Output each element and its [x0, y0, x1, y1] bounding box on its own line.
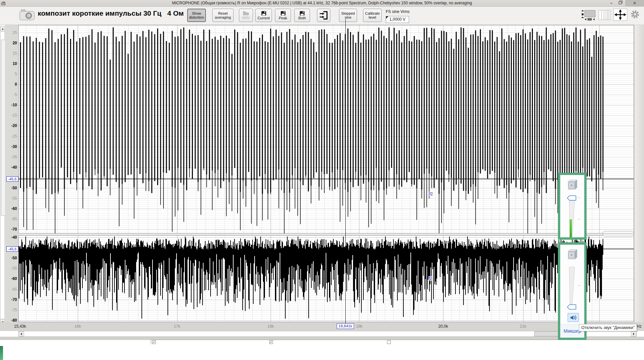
speaker-device-icon [566, 249, 579, 261]
display-layout-icon[interactable] [581, 9, 597, 23]
left-arrow-icon [20, 333, 22, 335]
save-both-button[interactable]: Both [294, 9, 310, 22]
db-axis-label: 15 [6, 51, 17, 56]
frequency-axis-label: 20,0k [438, 324, 448, 329]
db-axis-label: -10 [6, 103, 17, 107]
db-axis-label: -15 [6, 113, 17, 118]
stepped-sine-button[interactable]: Stepped sine [339, 9, 357, 22]
harmonic-marker-upper: f2 [429, 192, 433, 196]
show-distortion-button[interactable]: Show distortion [187, 9, 206, 22]
frequency-bands-icon[interactable] [599, 10, 611, 20]
volume-flyout-output [558, 173, 587, 240]
db-axis-label: -60 [6, 276, 17, 281]
slider-tick [578, 219, 581, 219]
toolbar: композит короткие импульсы 30 Гц 4 Ом Sh… [0, 7, 644, 25]
window-title: MICROPHONE (Общая громкость) R on Микроф… [0, 1, 644, 5]
scroll-right-button[interactable] [631, 331, 636, 336]
db-axis-label: -20 [6, 123, 17, 128]
mute-tooltip: Отключить звук "Динамики" [579, 324, 637, 331]
fs-sine-vrms-input[interactable]: 1,0000 V [386, 16, 409, 23]
frequency-axis-label: 18k [267, 324, 274, 329]
db-axis-label: -65 [6, 287, 17, 292]
pan-arrows-icon[interactable] [613, 9, 627, 21]
db-axis-label: -25 [6, 134, 17, 139]
db-axis-label: -55 [6, 196, 17, 201]
slider-tick [578, 285, 581, 286]
title-bar: MICROPHONE (Общая громкость) R on Микроф… [0, 0, 644, 7]
folder-icon [243, 11, 249, 15]
arrows-into-bracket-icon [319, 11, 328, 20]
calibrate-level-button[interactable]: Calibrate level [363, 9, 382, 22]
horizontal-scrollbar[interactable] [18, 331, 637, 337]
spectrum-plot-canvas[interactable] [18, 25, 634, 322]
frequency-axis-label: 21k [520, 324, 526, 329]
fs-sine-vrms-label: FS sine Vrms [386, 9, 410, 14]
background-window-edge [151, 340, 151, 344]
volume-level-fill [570, 219, 572, 237]
frequency-axis-label: 15,43k [14, 324, 26, 329]
plot-right-margin [634, 25, 644, 322]
db-axis-label: -50 [6, 256, 17, 260]
speaker-device-icon [566, 179, 579, 191]
frequency-cursor-line[interactable] [345, 19, 346, 324]
db-axis-label: 10 [6, 61, 17, 66]
db-axis-label: -40 [6, 165, 17, 170]
mixer-link[interactable]: Микшер [564, 328, 581, 334]
db-axis-label: -50 [6, 186, 17, 190]
db-axis-label: -40 [6, 235, 17, 240]
db-axis-label: -30 [6, 144, 17, 149]
spectrum-analyzer-window: MICROPHONE (Общая громкость) R on Микроф… [0, 0, 644, 360]
up-arrow-icon [2, 28, 4, 30]
close-button[interactable]: ✕ [625, 0, 644, 7]
db-axis-label: -60 [6, 206, 17, 211]
save-peak-button[interactable]: Peak [275, 9, 291, 22]
popup-remnant [603, 231, 634, 236]
floppy-disk-icon [261, 11, 266, 16]
db-axis-label: 25 [6, 30, 17, 35]
input-corner-marker [386, 16, 388, 19]
wav-button: WAV [239, 9, 253, 22]
level-marker-upper[interactable]: -45,6 [6, 176, 18, 182]
mute-button[interactable] [568, 313, 579, 322]
frequency-axis: kHz 15,43k16k17k18k19k20,0k21k [0, 322, 644, 331]
volume-slider-track[interactable] [569, 267, 576, 304]
floppy-disk-icon [300, 11, 305, 16]
background-green-corner [0, 346, 3, 360]
cursor-frequency-readout[interactable]: 18,841k [337, 323, 354, 329]
scroll-up-button[interactable] [0, 26, 5, 31]
db-axis: 2520151050-5-10-15-20-25-30-35-40-50-55-… [5, 25, 18, 322]
volume-slider-thumb[interactable] [567, 304, 576, 310]
db-axis-label: -65 [6, 217, 17, 221]
frequency-axis-label: 17k [174, 324, 180, 329]
db-axis-label: 20 [6, 41, 17, 45]
db-axis-label: -35 [6, 155, 17, 159]
vertical-scrollbar-track[interactable] [0, 31, 5, 319]
right-arrow-icon [633, 333, 635, 335]
background-checkbox[interactable] [387, 340, 391, 344]
floppy-disk-icon [281, 11, 286, 16]
db-axis-label: -70 [6, 227, 17, 232]
volume-slider-thumb[interactable] [567, 195, 576, 201]
restore-button[interactable] [616, 0, 625, 7]
save-current-button[interactable]: Current [255, 9, 272, 22]
camera-icon [19, 9, 35, 21]
background-checkbox-checked[interactable]: ✓ [269, 340, 273, 344]
db-axis-label: -5 [6, 92, 17, 97]
restore-icon [619, 1, 623, 4]
db-axis-label: -55 [6, 266, 17, 271]
slider-tick [578, 198, 581, 198]
background-checkbox-checked[interactable]: ✓ [152, 340, 156, 344]
frequency-axis-label: 19k [356, 324, 362, 329]
import-signal-button[interactable] [317, 9, 330, 22]
reset-averaging-button[interactable]: Reset averaging [212, 9, 234, 22]
scroll-left-button[interactable] [19, 331, 24, 336]
level-marker-lower[interactable]: -45,6 [6, 246, 18, 252]
vertical-scrollbar[interactable] [0, 26, 5, 325]
db-axis-label: -75 [6, 308, 17, 312]
frequency-axis-label: 16k [74, 324, 81, 329]
minimize-button[interactable]: – [607, 0, 616, 7]
db-axis-label: 5 [6, 72, 17, 76]
document-title: композит короткие импульсы 30 Гц 4 Ом [38, 9, 184, 17]
settings-gear-icon[interactable] [630, 9, 640, 21]
db-axis-label: -70 [6, 297, 17, 302]
